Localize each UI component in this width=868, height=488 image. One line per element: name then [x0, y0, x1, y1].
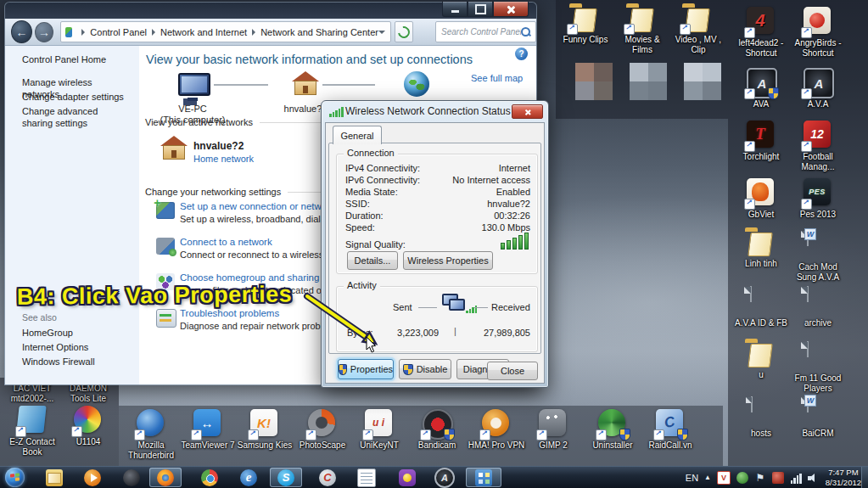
taskbar-explorer-button[interactable]	[44, 468, 64, 487]
desktop-icon-u1104[interactable]: U1104	[61, 406, 115, 447]
ava-icon: A	[434, 468, 455, 488]
desktop-icon-uninstaller[interactable]: Uninstaller	[583, 409, 642, 451]
start-button[interactable]	[5, 468, 25, 487]
system-tray: EN ▲ V ⚑	[686, 467, 820, 488]
language-indicator[interactable]: EN	[686, 473, 698, 483]
details-button[interactable]: Details...	[347, 251, 398, 270]
taskbar-skype-button[interactable]: S	[276, 468, 296, 487]
properties-button[interactable]: Properties	[338, 359, 394, 379]
taskbar-ccleaner-button[interactable]: C	[317, 468, 338, 487]
desktop-icon-football-manager[interactable]: Football Manag...	[791, 121, 845, 172]
help-icon[interactable]: ?	[515, 48, 528, 60]
show-hidden-icons-button[interactable]: ▲	[704, 474, 711, 481]
speaker-icon[interactable]	[808, 473, 820, 483]
troubleshoot-link[interactable]: Troubleshoot problems	[180, 308, 279, 318]
taskbar-ie-button[interactable]: e	[238, 468, 259, 487]
unikey-tray-icon[interactable]: V	[717, 471, 731, 485]
desktop-icon-movies-films[interactable]: Movies & Films	[615, 7, 669, 55]
desktop-icon-baicrm[interactable]: W BaiCRM	[791, 397, 845, 439]
desktop-icon-raidcall[interactable]: RaidCall.vn	[641, 409, 700, 451]
dash-line	[474, 307, 488, 308]
taskbar-yahoo-messenger-button[interactable]	[397, 468, 417, 487]
search-placeholder: Search Control Panel	[436, 27, 521, 36]
desktop-icon-label: hosts	[751, 429, 771, 439]
minimize-icon	[451, 10, 459, 13]
desktop-icon-pes2013[interactable]: Pes 2013	[791, 178, 845, 220]
desktop-icon-archive[interactable]: archive	[791, 287, 845, 328]
desktop-icon-u[interactable]: u	[734, 342, 788, 380]
chevron-down-icon[interactable]	[378, 31, 385, 34]
close-button[interactable]	[493, 2, 529, 17]
taskbar-media-player-button[interactable]	[82, 468, 103, 487]
red-tray-icon[interactable]	[772, 472, 784, 484]
desktop-icon-a-v-a[interactable]: A.V.A	[791, 68, 845, 109]
desktop-icon-unikey[interactable]: UniKeyNT	[350, 409, 409, 451]
green-tray-icon[interactable]	[736, 472, 748, 484]
chevron-right-icon	[81, 29, 85, 36]
connect-network-link[interactable]: Connect to a network	[180, 237, 272, 247]
refresh-icon	[395, 24, 412, 40]
breadcrumb-network-sharing[interactable]: Network and Sharing Center	[260, 27, 378, 37]
desktop-icon-angrybirds[interactable]: AngryBirds - Shortcut	[791, 7, 845, 59]
desktop-icon-label: TeamViewer 7	[181, 440, 234, 451]
taskbar-ava-button[interactable]: A	[434, 468, 455, 487]
active-network-type-link[interactable]: Home network	[193, 154, 254, 164]
desktop-icon-video-mv-clip[interactable]: Video , MV , Clip	[671, 7, 725, 55]
refresh-button[interactable]	[395, 21, 413, 42]
ccleaner-icon: C	[319, 469, 336, 486]
desktop-icon-ava[interactable]: AVA	[734, 68, 788, 109]
back-button[interactable]: ←	[11, 20, 32, 43]
see-full-map-link[interactable]: See full map	[471, 73, 523, 83]
desktop-icon-linh-tinh[interactable]: Linh tinh	[734, 231, 788, 269]
breadcrumb-control-panel[interactable]: Control Panel	[90, 27, 147, 37]
show-desktop-button[interactable]	[861, 467, 868, 488]
control-panel-icon	[475, 469, 492, 486]
desktop-icon-torchlight[interactable]: Torchlight	[734, 121, 788, 162]
desktop-icon-thunderbird[interactable]: Mozilla Thunderbird	[121, 409, 181, 461]
forward-button[interactable]: →	[35, 22, 53, 42]
sidebar-item-change-adapter[interactable]: Change adapter settings	[22, 91, 129, 103]
disable-button[interactable]: Disable	[399, 359, 451, 379]
taskbar-notepad-button[interactable]	[356, 468, 377, 487]
taskbar-chrome-button[interactable]	[199, 468, 220, 487]
network-signal-icon[interactable]	[790, 472, 802, 484]
chrome-icon	[201, 469, 218, 486]
taskbar-clock[interactable]: 7:47 PM 8/31/2012	[826, 467, 861, 488]
breadcrumb-network-internet[interactable]: Network and Internet	[160, 27, 247, 37]
minimize-button[interactable]	[442, 2, 468, 17]
sidebar-item-internet-options[interactable]: Internet Options	[22, 342, 88, 352]
desktop-icon-cach-mod-sung[interactable]: W Cach Mod Sung A.V.A	[791, 231, 845, 283]
sidebar-item-control-panel-home[interactable]: Control Panel Home	[22, 54, 106, 65]
sidebar-item-windows-firewall[interactable]: Windows Firewall	[22, 356, 95, 367]
wireless-properties-button[interactable]: Wireless Properties	[403, 251, 493, 270]
action-center-flag-icon[interactable]: ⚑	[754, 472, 766, 484]
maximize-button[interactable]	[468, 2, 493, 17]
desktop-icon-bandicam[interactable]: Bandicam	[407, 409, 467, 451]
tab-general[interactable]: General	[333, 126, 382, 144]
row-value: 00:32:26	[494, 210, 530, 221]
desktop-icon-ava-id-fb[interactable]: A.V.A ID & FB	[734, 287, 788, 328]
desktop-icon-photoscape[interactable]: PhotoScape	[293, 409, 352, 451]
desktop-icon-hma-vpn[interactable]: HMA! Pro VPN	[467, 409, 526, 451]
desktop-icon-gbviet[interactable]: GbViet	[734, 178, 788, 220]
desktop-icon-gimp[interactable]: GIMP 2	[524, 409, 583, 451]
shortcut-arrow-icon	[624, 24, 635, 35]
setup-connection-link[interactable]: Set up a new connection or network	[180, 201, 335, 211]
desktop-icon-fm11-good-players[interactable]: Fm 11 Good Players	[791, 342, 845, 394]
desktop-icon-left4dead2[interactable]: left4dead2 - Shortcut	[734, 7, 788, 59]
desktop-icon-label: RaidCall.vn	[648, 440, 692, 451]
sidebar-item-homegroup[interactable]: HomeGroup	[22, 328, 73, 338]
dialog-close-action-button[interactable]: Close	[487, 362, 538, 380]
taskbar-dark-app-button[interactable]	[121, 468, 142, 487]
taskbar-control-panel-button[interactable]	[473, 468, 494, 487]
taskbar-firefox-button[interactable]	[155, 468, 176, 487]
desktop-icon-samsung-kies[interactable]: Samsung Kies	[235, 409, 294, 451]
desktop-icon-teamviewer[interactable]: TeamViewer 7	[178, 409, 238, 451]
house-icon	[292, 71, 319, 95]
desktop-icon-hosts[interactable]: hosts	[734, 397, 788, 439]
dialog-close-button[interactable]	[512, 104, 543, 119]
search-input[interactable]: Search Control Panel	[435, 21, 536, 42]
sidebar-item-change-advanced-sharing[interactable]: Change advanced sharing settings	[22, 105, 129, 130]
desktop-icon-ez-contact-book[interactable]: E-Z Contact Book	[5, 406, 59, 457]
desktop-icon-funny-clips[interactable]: Funny Clips	[558, 7, 613, 45]
